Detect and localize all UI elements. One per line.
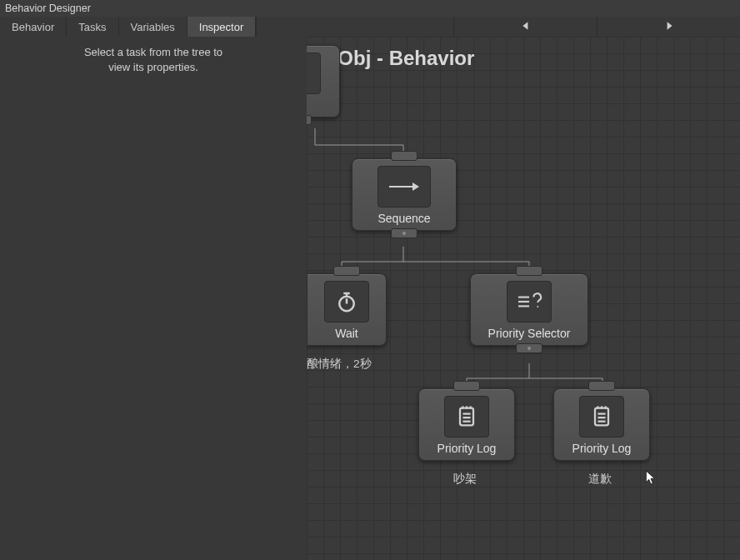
tab-tasks[interactable]: Tasks	[67, 17, 118, 37]
question-node-icon	[307, 52, 321, 94]
log-icon	[579, 396, 624, 438]
window-titlebar: Behavior Designer	[0, 0, 740, 17]
node-wait-caption: 酿情绪，2秒	[307, 357, 372, 372]
history-back-button[interactable]	[453, 17, 597, 37]
priority-selector-icon	[507, 281, 552, 322]
nav-spacer	[256, 17, 453, 37]
tab-tasks-label: Tasks	[78, 21, 106, 33]
node-priority-log-right-label: Priority Log	[572, 442, 632, 455]
node-wait[interactable]: Wait	[307, 273, 387, 346]
node-port[interactable]	[453, 381, 480, 391]
tab-behavior[interactable]: Behavior	[0, 17, 67, 37]
graph-title: BtObj - Behavior	[317, 47, 474, 70]
node-priority-log-left-caption: 吵架	[453, 472, 477, 487]
graph-canvas[interactable]: BtObj - Behavior t	[307, 37, 740, 560]
node-port[interactable]	[307, 115, 312, 125]
node-priority-log-right-caption: 道歉	[588, 472, 612, 487]
node-priority-log-right[interactable]: Priority Log	[553, 388, 650, 461]
node-sequence-label: Sequence	[378, 212, 430, 225]
inspector-panel: Select a task from the tree to view its …	[0, 37, 307, 560]
tab-inspector[interactable]: Inspector	[188, 17, 256, 37]
node-priority-selector[interactable]: Priority Selector	[470, 273, 588, 346]
node-sequence[interactable]: Sequence	[352, 158, 457, 231]
tab-behavior-label: Behavior	[12, 21, 54, 33]
tab-variables[interactable]: Variables	[119, 17, 188, 37]
triangle-right-icon	[664, 21, 674, 33]
node-port[interactable]	[516, 266, 542, 276]
log-icon	[444, 396, 489, 438]
window-title: Behavior Designer	[5, 2, 91, 14]
node-port[interactable]	[391, 151, 418, 161]
nav-toolbar	[256, 17, 740, 37]
tab-variables-label: Variables	[131, 21, 175, 33]
svg-marker-0	[522, 22, 528, 30]
history-forward-button[interactable]	[597, 17, 740, 37]
svg-marker-1	[667, 22, 672, 30]
node-priority-selector-label: Priority Selector	[488, 327, 571, 340]
node-port[interactable]	[391, 228, 418, 238]
node-port[interactable]	[588, 381, 615, 391]
node-priority-log-left[interactable]: Priority Log	[418, 388, 515, 461]
svg-marker-17	[412, 182, 419, 191]
triangle-left-icon	[521, 21, 531, 33]
node-port[interactable]	[516, 343, 542, 353]
inspector-empty-hint-line2: view its properties.	[12, 60, 295, 75]
node-port[interactable]	[333, 266, 360, 276]
node-wait-label: Wait	[335, 327, 358, 340]
node-priority-log-left-label: Priority Log	[438, 442, 497, 455]
svg-point-25	[537, 306, 538, 308]
stopwatch-icon	[324, 281, 369, 322]
tab-inspector-label: Inspector	[199, 21, 243, 33]
inspector-empty-hint-line1: Select a task from the tree to	[12, 45, 295, 60]
tab-bar: Behavior Tasks Variables Inspector	[0, 17, 740, 37]
node-selector-partial[interactable]: tor	[307, 45, 340, 118]
arrow-right-icon	[378, 166, 431, 208]
